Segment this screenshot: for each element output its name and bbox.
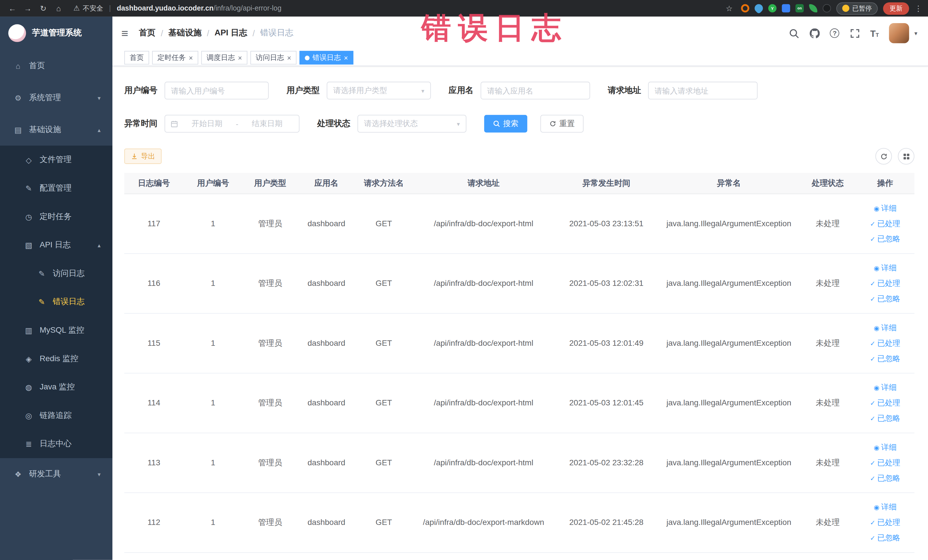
exception-time-label: 异常时间: [124, 118, 157, 129]
address-bar[interactable]: dashboard.yudao.iocoder.cn/infra/log/api…: [117, 4, 282, 12]
extension-leaf-icon[interactable]: [809, 4, 817, 12]
sidebar-item-mysql-monitor[interactable]: ▥ MySQL 监控: [0, 316, 112, 345]
action-detail-link[interactable]: ◉详细: [874, 261, 897, 276]
action-processed-link[interactable]: ✓已处理: [870, 336, 901, 351]
action-processed-link[interactable]: ✓已处理: [870, 515, 901, 530]
app-name-input[interactable]: [481, 82, 590, 99]
cell-id: 115: [124, 337, 183, 349]
refresh-table-button[interactable]: [875, 148, 892, 165]
reload-icon[interactable]: ↻: [37, 4, 50, 12]
action-processed-link[interactable]: ✓已处理: [870, 216, 901, 231]
reset-button[interactable]: 重置: [540, 115, 583, 132]
sidebar-logo[interactable]: 芋道管理系统: [0, 17, 112, 50]
back-icon[interactable]: ←: [6, 4, 19, 12]
github-icon[interactable]: [809, 28, 820, 38]
close-icon[interactable]: ×: [344, 54, 348, 61]
fullscreen-icon[interactable]: [850, 28, 860, 38]
user-type-select[interactable]: 请选择用户类型 ▾: [327, 82, 431, 99]
search-icon[interactable]: [789, 28, 799, 38]
action-ignored-link[interactable]: ✓已忽略: [870, 231, 901, 247]
sidebar-item-java-monitor[interactable]: ◍ Java 监控: [0, 373, 112, 401]
action-ignored-link[interactable]: ✓已忽略: [870, 470, 901, 486]
security-chip[interactable]: ⚠ 不安全: [73, 4, 103, 12]
action-label: 已处理: [877, 276, 901, 291]
font-size-icon[interactable]: TT: [870, 28, 879, 38]
cell-exception: java.lang.IllegalArgumentException: [658, 278, 800, 290]
avatar-caret-icon[interactable]: ▾: [914, 30, 917, 37]
profile-paused-badge[interactable]: 已暂停: [836, 2, 878, 15]
action-ignored-link[interactable]: ✓已忽略: [870, 411, 901, 426]
search-button[interactable]: 搜索: [484, 115, 527, 132]
update-button[interactable]: 更新: [883, 2, 909, 15]
tag-schedule-log[interactable]: 调度日志 ×: [201, 51, 247, 64]
action-ignored-link[interactable]: ✓已忽略: [870, 291, 901, 307]
tag-error-log[interactable]: 错误日志 ×: [299, 51, 353, 64]
smiley-avatar-icon: [842, 5, 849, 12]
tag-access-log[interactable]: 访问日志 ×: [250, 51, 297, 64]
cell-time: 2021-05-03 23:13:51: [554, 218, 658, 230]
browser-menu-icon[interactable]: ⋮: [914, 4, 922, 12]
sidebar-item-trace[interactable]: ◎ 链路追踪: [0, 401, 112, 430]
breadcrumb-home[interactable]: 首页: [139, 28, 156, 38]
close-icon[interactable]: ×: [189, 54, 193, 61]
breadcrumb-infrastructure[interactable]: 基础设施: [168, 28, 201, 38]
sidebar-item-home[interactable]: ⌂ 首页: [0, 50, 112, 82]
cell-user_type: 管理员: [243, 278, 298, 290]
help-icon[interactable]: ?: [830, 29, 839, 38]
extension-y-icon[interactable]: Y: [768, 4, 777, 12]
sidebar-item-error-log[interactable]: ✎ 错误日志: [0, 288, 112, 316]
breadcrumb-api-log[interactable]: API 日志: [215, 28, 247, 38]
forward-icon[interactable]: →: [21, 4, 35, 12]
action-processed-link[interactable]: ✓已处理: [870, 276, 901, 291]
sidebar-item-dev-tools[interactable]: ❖ 研发工具 ▾: [0, 458, 112, 490]
cell-app: dashboard: [298, 337, 355, 349]
sidebar-item-access-log[interactable]: ✎ 访问日志: [0, 259, 112, 288]
table-row: 1171管理员dashboardGET/api/infra/db-doc/exp…: [124, 194, 914, 254]
user-avatar[interactable]: [889, 23, 909, 43]
action-processed-link[interactable]: ✓已处理: [870, 395, 901, 411]
hamburger-icon[interactable]: ≡: [121, 27, 128, 39]
redis-icon: ◈: [24, 354, 34, 363]
action-detail-link[interactable]: ◉详细: [874, 201, 897, 216]
extension-grid-icon[interactable]: [782, 4, 790, 12]
extension-on-icon[interactable]: on: [795, 4, 804, 12]
sidebar-item-system[interactable]: ⚙ 系统管理 ▾: [0, 82, 112, 113]
sidebar-item-redis-monitor[interactable]: ◈ Redis 监控: [0, 344, 112, 373]
home-icon[interactable]: ⌂: [52, 4, 65, 12]
tag-home[interactable]: 首页: [124, 51, 149, 64]
close-icon[interactable]: ×: [287, 54, 291, 61]
process-status-select[interactable]: 请选择处理状态 ▾: [357, 115, 466, 132]
extension-paw-icon[interactable]: [823, 4, 831, 12]
exception-time-range-picker[interactable]: 开始日期 - 结束日期: [165, 115, 299, 132]
action-detail-link[interactable]: ◉详细: [874, 499, 897, 515]
check-icon: ✓: [870, 411, 876, 426]
tag-scheduled-jobs[interactable]: 定时任务 ×: [152, 51, 198, 64]
action-ignored-link[interactable]: ✓已忽略: [870, 351, 901, 366]
eye-icon: ◉: [874, 499, 879, 515]
sidebar-item-scheduled-jobs[interactable]: ◷ 定时任务: [0, 203, 112, 231]
warning-icon: ⚠: [73, 4, 79, 12]
tag-label: 访问日志: [256, 53, 284, 63]
extension-drop-icon[interactable]: [753, 3, 765, 14]
action-detail-link[interactable]: ◉详细: [874, 440, 897, 455]
sidebar-item-log-center[interactable]: ≣ 日志中心: [0, 430, 112, 458]
cell-time: 2021-05-03 12:01:45: [554, 397, 658, 409]
sidebar-item-infrastructure[interactable]: ▤ 基础设施 ▴: [0, 113, 112, 145]
column-header: 异常名: [658, 178, 800, 188]
sidebar-item-config-management[interactable]: ✎ 配置管理: [0, 174, 112, 203]
action-detail-link[interactable]: ◉详细: [874, 380, 897, 395]
close-icon[interactable]: ×: [238, 54, 242, 61]
bookmark-star-icon[interactable]: ☆: [723, 4, 736, 12]
action-processed-link[interactable]: ✓已处理: [870, 455, 901, 470]
action-detail-link[interactable]: ◉详细: [874, 320, 897, 336]
sidebar-item-api-log[interactable]: ▧ API 日志 ▴: [0, 231, 112, 259]
user-id-input[interactable]: [165, 82, 269, 99]
action-ignored-link[interactable]: ✓已忽略: [870, 530, 901, 546]
request-url-input[interactable]: [648, 82, 758, 99]
extension-ring-icon[interactable]: [741, 4, 749, 12]
sidebar-item-file-management[interactable]: ◇ 文件管理: [0, 145, 112, 174]
export-button[interactable]: 导出: [124, 149, 162, 164]
column-settings-button[interactable]: [898, 148, 914, 165]
log-center-icon: ≣: [24, 439, 34, 448]
cell-user_type: 管理员: [243, 457, 298, 469]
